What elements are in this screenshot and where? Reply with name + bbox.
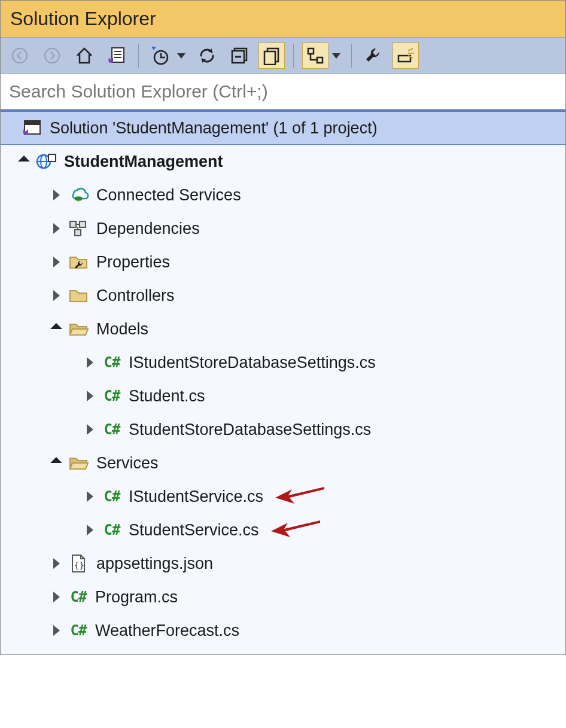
solution-node[interactable]: Solution 'StudentManagement' (1 of 1 pro… [1,111,565,145]
file-label: StudentStoreDatabaseSettings.cs [129,421,371,439]
node-label: Dependencies [96,220,200,238]
expander-closed-icon[interactable] [48,623,64,638]
expander-closed-icon[interactable] [82,422,98,437]
file-node[interactable]: {} appsettings.json [1,547,565,580]
arrow-right-circle-icon [43,47,61,65]
expander-closed-icon[interactable] [82,522,98,538]
file-label: Student.cs [129,387,205,406]
controllers-folder-node[interactable]: Controllers [1,279,565,312]
csharp-file-icon: C# [101,488,123,505]
switch-views-button[interactable] [104,42,130,69]
svg-text:{}: {} [74,561,84,570]
vs-document-icon [107,46,126,65]
file-node[interactable]: C# Program.cs [1,580,565,614]
models-folder-node[interactable]: Models [1,312,565,346]
file-label: IStudentService.cs [129,488,263,506]
search-input[interactable]: Search Solution Explorer (Ctrl+;) [1,74,565,109]
services-folder-node[interactable]: Services [1,446,565,480]
collapse-all-button[interactable] [226,42,252,69]
dropdown-caret-icon[interactable] [332,53,340,59]
properties-node[interactable]: Properties [1,245,565,279]
dependencies-node[interactable]: Dependencies [1,212,565,245]
connected-services-node[interactable]: Connected Services [1,178,565,212]
expander-closed-icon[interactable] [48,556,64,571]
svg-rect-12 [308,48,314,54]
solution-label: Solution 'StudentManagement' (1 of 1 pro… [50,119,378,138]
file-node[interactable]: C# IStudentService.cs [1,480,565,513]
node-label: Controllers [96,287,175,305]
hierarchy-button[interactable] [302,42,328,69]
expander-closed-icon[interactable] [82,388,98,404]
file-node[interactable]: C# IStudentStoreDatabaseSettings.cs [1,346,565,379]
solution-explorer-panel: Solution Explorer [0,0,566,655]
svg-point-0 [13,48,27,63]
expander-open-icon[interactable] [48,455,64,471]
wrench-icon [364,46,383,65]
expander-closed-icon[interactable] [48,221,64,236]
file-label: IStudentStoreDatabaseSettings.cs [129,354,376,372]
file-label: StudentService.cs [129,521,259,540]
expander-closed-icon[interactable] [82,355,98,370]
panel-title: Solution Explorer [1,1,565,37]
project-label: StudentManagement [64,153,223,171]
csharp-file-icon: C# [68,589,89,605]
csharp-file-icon: C# [101,388,123,404]
file-node[interactable]: C# StudentService.cs [1,513,565,547]
csharp-file-icon: C# [68,622,89,639]
web-project-icon [35,151,57,172]
toolbar-separator [293,44,294,68]
properties-button[interactable] [360,42,387,69]
sync-button[interactable] [194,42,220,69]
expander-open-icon[interactable] [16,154,32,169]
annotation-arrow-icon [267,517,321,543]
preview-icon [396,46,415,65]
preview-button[interactable] [392,42,419,69]
expander-closed-icon[interactable] [48,254,64,270]
expander-closed-icon[interactable] [82,489,98,504]
folder-icon [68,285,89,306]
svg-rect-22 [80,221,86,227]
csharp-file-icon: C# [101,421,123,438]
pending-changes-filter-button[interactable] [147,42,174,69]
svg-rect-16 [25,121,40,125]
folder-open-icon [68,318,89,340]
toolbar [1,37,565,74]
expander-closed-icon[interactable] [48,288,64,303]
node-label: Properties [96,253,170,272]
solution-tree: Solution 'StudentManagement' (1 of 1 pro… [1,109,565,654]
dropdown-caret-icon[interactable] [177,53,185,59]
clock-filter-icon [150,45,171,66]
toolbar-separator [138,44,139,68]
expander-closed-icon[interactable] [48,187,64,203]
file-node[interactable]: C# Student.cs [1,379,565,413]
nav-forward-button[interactable] [39,42,65,69]
node-label: Services [96,454,159,473]
file-label: WeatherForecast.cs [95,622,239,640]
svg-rect-20 [48,154,56,162]
home-button[interactable] [71,42,98,69]
collapse-icon [230,46,249,65]
arrow-left-circle-icon [11,47,29,65]
svg-point-1 [45,48,59,63]
nav-back-button[interactable] [7,42,33,69]
folder-wrench-icon [68,251,89,273]
show-all-files-button[interactable] [258,42,285,69]
home-icon [75,46,94,65]
expander-closed-icon[interactable] [48,589,64,605]
svg-rect-21 [70,221,76,227]
svg-rect-13 [317,57,322,63]
expander-open-icon[interactable] [48,321,64,337]
file-label: appsettings.json [96,555,213,573]
file-node[interactable]: C# WeatherForecast.cs [1,614,565,647]
cloud-plug-icon [68,184,89,206]
csharp-file-icon: C# [101,522,123,538]
csharp-file-icon: C# [101,354,123,371]
json-file-icon: {} [68,553,89,574]
file-node[interactable]: C# StudentStoreDatabaseSettings.cs [1,413,565,446]
dependencies-icon [68,218,89,239]
svg-rect-23 [75,230,81,236]
annotation-arrow-icon [272,483,325,510]
hierarchy-icon [306,46,325,65]
project-node[interactable]: StudentManagement [1,145,565,178]
refresh-icon [197,46,217,65]
